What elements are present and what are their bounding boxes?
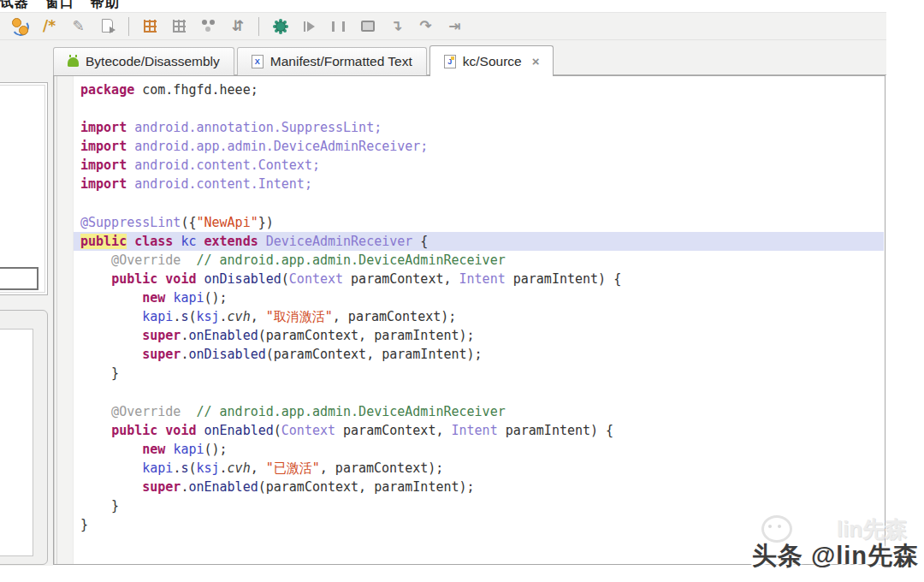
menu-bar: 调试器 窗口 帮助 [0, 0, 886, 11]
code-line[interactable]: import android.annotation.SuppressLint; [74, 118, 884, 137]
code-line[interactable]: import android.content.Context; [74, 156, 884, 175]
data-grid-icon-button[interactable] [168, 15, 191, 38]
step-into-icon-button[interactable]: ↴ [385, 15, 408, 38]
terminate-icon [360, 21, 376, 33]
tab-bar: Bytecode/DisassemblyXManifest/Formatted … [0, 40, 886, 75]
data-grid-icon [173, 20, 186, 33]
code-line[interactable]: kapi.s(ksj.cvh, "已激活", paramContext); [74, 459, 884, 478]
code-line[interactable]: public void onEnabled(Context paramConte… [74, 421, 884, 440]
code-line[interactable]: @Override // android.app.admin.DeviceAdm… [74, 251, 884, 270]
code-editor[interactable]: package com.fhgfd.heee;import android.an… [74, 80, 884, 534]
step-over-icon: ↷ [419, 19, 431, 33]
tab-manifest-formatted-text[interactable]: XManifest/Formatted Text [237, 47, 427, 75]
code-line[interactable]: super.onDisabled(paramContext, paramInte… [74, 345, 884, 364]
control-flow-icon-button[interactable]: ⇵ [226, 15, 249, 38]
code-line[interactable]: public void onDisabled(Context paramCont… [74, 270, 884, 288]
filter-input[interactable] [0, 267, 38, 290]
export-document-icon-button[interactable] [96, 15, 119, 38]
ide-window: 调试器 窗口 帮助 /*✎⇵↴↷⇥ Bytecode/DisassemblyXM… [0, 0, 886, 566]
export-document-icon [100, 19, 116, 34]
watermark-text: 头条 @lin先森 [752, 539, 919, 573]
run-to-cursor-icon-button[interactable]: ⇥ [443, 15, 466, 38]
left-panel-bottom-content [0, 329, 33, 556]
tab-label: Bytecode/Disassembly [86, 54, 220, 69]
class-hierarchy-icon [201, 20, 216, 33]
code-line[interactable]: kapi.s(ksj.cvh, "取消激活", paramContext); [74, 307, 884, 326]
debug-bug-icon-button[interactable] [269, 15, 292, 38]
decompiler-icon [11, 18, 30, 35]
bytecode-grid-icon [144, 20, 157, 33]
code-line[interactable] [74, 194, 884, 213]
code-line[interactable]: import android.content.Intent; [74, 175, 884, 193]
code-line[interactable] [74, 383, 884, 402]
left-panel-top [0, 82, 48, 295]
code-line[interactable]: @SuppressLint({"NewApi"}) [74, 213, 884, 232]
comment-icon: /* [43, 19, 56, 33]
left-panel-bottom [0, 310, 48, 565]
javadoc-icon: J [444, 55, 456, 68]
tab-strip: Bytecode/DisassemblyXManifest/Formatted … [53, 45, 556, 75]
code-line[interactable]: public class kc extends DeviceAdminRecei… [74, 232, 884, 251]
decompiler-icon-button[interactable] [9, 15, 32, 38]
code-line[interactable]: super.onEnabled(paramContext, paramInten… [74, 478, 884, 496]
run-to-cursor-icon: ⇥ [448, 19, 460, 33]
android-icon [68, 57, 79, 67]
class-hierarchy-icon-button[interactable] [197, 15, 220, 38]
control-flow-icon: ⇵ [231, 19, 243, 33]
rename-icon: ✎ [72, 19, 84, 33]
bytecode-grid-icon-button[interactable] [139, 15, 162, 38]
xmldoc-icon: X [252, 55, 264, 68]
toolbar-separator [128, 17, 129, 36]
toolbar-separator [258, 17, 259, 36]
code-line[interactable]: package com.fhgfd.heee; [74, 80, 884, 99]
menu-items-clipped[interactable]: 调试器 窗口 帮助 [0, 0, 120, 11]
watermark: lin先森 头条 @lin先森 [752, 539, 919, 573]
tab-bytecode-disassembly[interactable]: Bytecode/Disassembly [53, 47, 234, 75]
rename-icon-button[interactable]: ✎ [67, 15, 90, 38]
code-line[interactable]: super.onEnabled(paramContext, paramInten… [74, 326, 884, 345]
step-into-icon: ↴ [390, 19, 402, 33]
source-editor[interactable]: package com.fhgfd.heee;import android.an… [53, 75, 886, 565]
code-line[interactable]: new kapi(); [74, 440, 884, 459]
pause-icon-button[interactable] [327, 15, 350, 38]
tab-label: kc/Source [463, 54, 522, 69]
comment-icon-button[interactable]: /* [38, 15, 61, 38]
resume-icon-button[interactable] [298, 15, 321, 38]
code-line[interactable]: } [74, 496, 884, 515]
tab-kc-source[interactable]: Jkc/Source× [429, 45, 554, 76]
code-line[interactable]: new kapi(); [74, 288, 884, 307]
resume-icon [302, 21, 317, 33]
tab-label: Manifest/Formatted Text [270, 54, 412, 69]
pause-icon [332, 21, 346, 33]
code-line[interactable]: import android.app.admin.DeviceAdminRece… [74, 137, 884, 156]
toolbar: /*✎⇵↴↷⇥ [0, 12, 886, 40]
code-line[interactable] [74, 99, 884, 118]
code-line[interactable]: @Override // android.app.admin.DeviceAdm… [74, 402, 884, 421]
tab-close-icon[interactable]: × [532, 54, 540, 68]
debug-bug-icon [273, 19, 288, 34]
terminate-icon-button[interactable] [356, 15, 379, 38]
step-over-icon-button[interactable]: ↷ [414, 15, 437, 38]
editor-gutter [54, 76, 74, 564]
code-line[interactable]: } [74, 364, 884, 383]
